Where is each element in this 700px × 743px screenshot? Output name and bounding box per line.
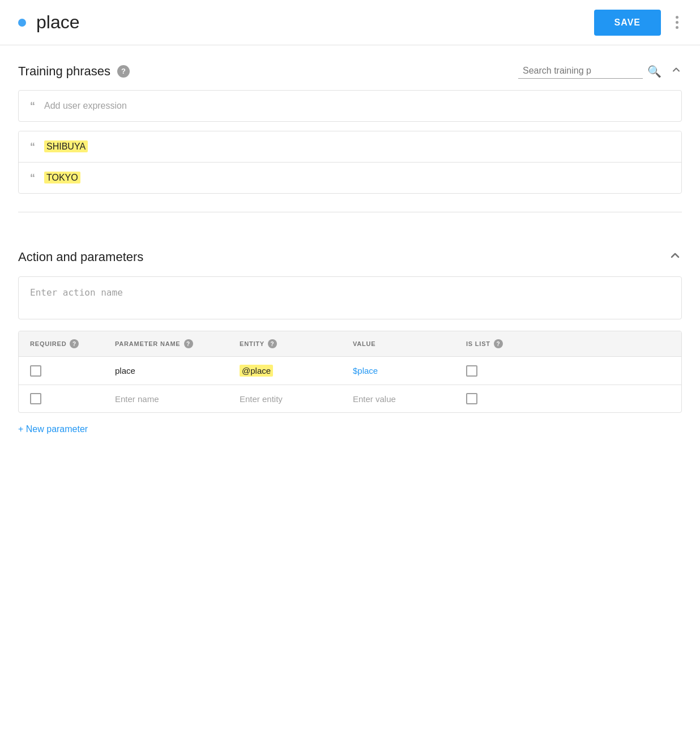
table-header: REQUIRED ? PARAMETER NAME ? ENTITY ? VAL… bbox=[19, 331, 681, 356]
action-name-input[interactable] bbox=[18, 276, 682, 319]
training-phrases-list: “ SHIBUYA “ TOKYO bbox=[18, 131, 682, 194]
phrase-row[interactable]: “ SHIBUYA bbox=[19, 131, 681, 163]
islist-checkbox[interactable] bbox=[466, 393, 477, 404]
add-expression-container: “ Add user expression bbox=[18, 90, 682, 122]
new-parameter-button[interactable]: + New parameter bbox=[18, 424, 682, 434]
new-parameter-label: + New parameter bbox=[18, 424, 88, 434]
value-cell: $place bbox=[353, 366, 466, 375]
table-row: Enter name Enter entity Enter value bbox=[19, 385, 681, 412]
status-dot bbox=[18, 19, 26, 27]
required-cell bbox=[30, 393, 115, 404]
collapse-action-icon[interactable] bbox=[668, 249, 682, 265]
required-help-icon[interactable]: ? bbox=[70, 339, 79, 348]
training-phrases-help-icon[interactable]: ? bbox=[117, 65, 130, 78]
search-training-input[interactable] bbox=[518, 63, 643, 79]
islist-help-icon[interactable]: ? bbox=[494, 339, 503, 348]
more-dot bbox=[676, 26, 678, 29]
required-checkbox[interactable] bbox=[30, 393, 41, 404]
training-phrases-title: Training phrases bbox=[18, 64, 110, 79]
required-header: REQUIRED ? bbox=[30, 339, 115, 348]
islist-cell bbox=[466, 365, 551, 377]
entity-help-icon[interactable]: ? bbox=[268, 339, 277, 348]
value-header: VALUE bbox=[353, 339, 466, 348]
entity-highlight: @place bbox=[240, 365, 273, 377]
phrase-highlight: SHIBUYA bbox=[44, 140, 88, 152]
quote-icon: “ bbox=[30, 173, 35, 183]
islist-checkbox[interactable] bbox=[466, 365, 477, 377]
collapse-training-icon[interactable] bbox=[671, 64, 682, 78]
search-icon[interactable]: 🔍 bbox=[647, 65, 661, 78]
training-phrases-section-header: Training phrases ? 🔍 bbox=[18, 45, 682, 90]
search-area: 🔍 bbox=[518, 63, 682, 79]
header: place SAVE bbox=[0, 0, 700, 45]
save-button[interactable]: SAVE bbox=[594, 10, 661, 36]
value-cell[interactable]: Enter value bbox=[353, 394, 466, 404]
main-content: Training phrases ? 🔍 “ Add user expressi… bbox=[0, 45, 700, 434]
add-expression-placeholder: Add user expression bbox=[44, 101, 127, 111]
action-parameters-title: Action and parameters bbox=[18, 250, 143, 264]
more-dot bbox=[676, 21, 678, 24]
training-phrases-title-group: Training phrases ? bbox=[18, 64, 130, 79]
action-parameters-title-group: Action and parameters bbox=[18, 250, 143, 264]
islist-header: IS LIST ? bbox=[466, 339, 551, 348]
table-row: place @place $place bbox=[19, 356, 681, 385]
more-dot bbox=[676, 16, 678, 19]
islist-cell bbox=[466, 393, 551, 404]
entity-cell[interactable]: Enter entity bbox=[240, 394, 353, 404]
phrase-text: TOKYO bbox=[44, 173, 80, 183]
phrase-highlight: TOKYO bbox=[44, 172, 80, 183]
entity-header: ENTITY ? bbox=[240, 339, 353, 348]
required-cell bbox=[30, 365, 115, 377]
action-parameters-section: Action and parameters REQUIRED ? PARAMET… bbox=[18, 230, 682, 434]
parameters-table: REQUIRED ? PARAMETER NAME ? ENTITY ? VAL… bbox=[18, 331, 682, 413]
entity-cell: @place bbox=[240, 365, 353, 377]
action-parameters-section-header: Action and parameters bbox=[18, 230, 682, 276]
section-divider bbox=[18, 212, 682, 212]
parameter-name-cell: place bbox=[115, 366, 240, 375]
parameter-name-header: PARAMETER NAME ? bbox=[115, 339, 240, 348]
quote-icon: “ bbox=[30, 101, 35, 111]
param-name-help-icon[interactable]: ? bbox=[184, 339, 193, 348]
page-title: place bbox=[36, 12, 594, 33]
parameter-name-cell[interactable]: Enter name bbox=[115, 394, 240, 404]
quote-icon: “ bbox=[30, 142, 35, 152]
phrase-text: SHIBUYA bbox=[44, 142, 88, 152]
required-checkbox[interactable] bbox=[30, 365, 41, 377]
more-options-button[interactable] bbox=[672, 11, 682, 33]
add-expression-box[interactable]: “ Add user expression bbox=[18, 90, 682, 122]
phrase-row[interactable]: “ TOKYO bbox=[19, 163, 681, 193]
